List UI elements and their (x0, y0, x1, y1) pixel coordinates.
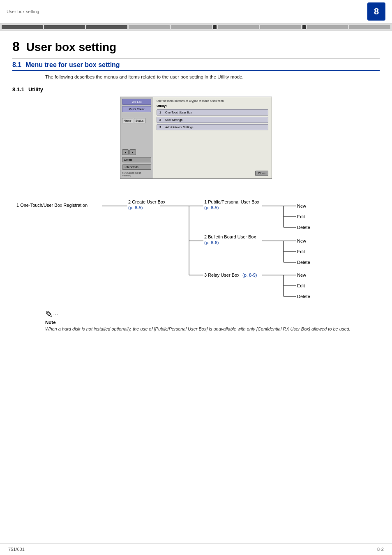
b2-new-text: New (297, 238, 306, 243)
seg8 (260, 25, 301, 29)
tab-name[interactable]: Name (122, 118, 133, 123)
menu-item-2[interactable]: 2 User Settings (157, 117, 268, 123)
b2-edit-text: Edit (297, 249, 305, 254)
seg3 (86, 25, 127, 29)
meter-count-btn[interactable]: Meter Count (122, 106, 151, 112)
nav-up-btn[interactable]: ▲ (122, 149, 129, 155)
menu-text-1: One-Touch/User Box (165, 111, 192, 114)
menu-tree-diagram: 1 One-Touch/User Box Registration 2 Crea… (12, 185, 380, 302)
job-list-btn[interactable]: Job List (122, 99, 151, 105)
nav-down-btn[interactable]: ▼ (129, 149, 136, 155)
note-pencil-icon: ✎ (45, 310, 53, 319)
b3-new-text: New (297, 273, 306, 278)
nav-buttons: ▲ ▼ (122, 149, 151, 155)
b1-edit-text: Edit (297, 214, 305, 219)
note-text: When a hard disk is not installed option… (45, 326, 380, 333)
screenshot-container: Job List Meter Count Name Status ▲ ▼ Del… (12, 97, 380, 179)
chapter-number: 8 (12, 39, 20, 54)
copier-prompt: Use the menu buttons or keypad to make a… (157, 99, 268, 102)
seg4 (129, 25, 170, 29)
branch2-text: 2 Bulletin Board User Box (204, 234, 256, 239)
subsection-number: 8.1.1 (12, 86, 24, 92)
tree-level2-ref: (p. 8-5) (128, 205, 143, 210)
section-body: The following describes the menus and it… (45, 74, 380, 81)
copier-time: 01/16/2008 10:30 memory (122, 172, 151, 177)
page-badge: 8 (367, 2, 385, 21)
b3-edit-text: Edit (297, 283, 305, 288)
copier-right-panel: Use the menu buttons or keypad to make a… (153, 97, 272, 178)
menu-item-3[interactable]: 3 Administrator Settings (157, 124, 268, 130)
note-section: ✎ ... Note When a hard disk is not insta… (45, 310, 380, 333)
menu-num-2: 2 (159, 118, 164, 121)
menu-item-1[interactable]: 1 One-Touch/User Box (157, 109, 268, 116)
chapter-divider (12, 58, 380, 59)
branch1-text: 1 Public/Personal User Box (204, 199, 259, 204)
copier-left-panel: Job List Meter Count Name Status ▲ ▼ Del… (120, 97, 153, 178)
subsection-heading: 8.1.1 Utility (12, 86, 380, 92)
tree-level2-text: 2 Create User Box (128, 199, 166, 204)
seg9 (302, 25, 306, 29)
page-header: User box setting 8 (0, 0, 392, 23)
copier-screenshot: Job List Meter Count Name Status ▲ ▼ Del… (120, 97, 272, 179)
menu-text-3: Administrator Settings (165, 126, 193, 129)
footer-left: 751/601 (8, 547, 25, 552)
main-content: 8 User box setting 8.1 Menu tree for use… (0, 31, 392, 345)
branch3-ref: (p. 8-9) (242, 273, 257, 278)
seg2 (44, 25, 85, 29)
copier-tabs: Name Status (122, 118, 151, 123)
seg11 (349, 25, 390, 29)
delete-btn[interactable]: Delete (122, 157, 151, 162)
branch2-ref: (p. 8-6) (204, 240, 219, 245)
section-heading: 8.1 Menu tree for user box setting (12, 61, 380, 71)
progress-strip (0, 23, 392, 31)
note-title: Note (45, 320, 380, 325)
menu-text-2: User Settings (165, 118, 182, 121)
section-title: Menu tree for user box setting (25, 61, 120, 69)
b3-del-text: Delete (297, 294, 310, 299)
subsection-title: Utility (28, 86, 43, 92)
menu-num-3: 3 (159, 126, 164, 129)
details-btn[interactable]: Job Details (122, 164, 151, 170)
header-title: User box setting (7, 9, 39, 14)
seg7 (218, 25, 259, 29)
close-btn[interactable]: Close (255, 171, 268, 176)
seg6 (213, 25, 217, 29)
section-number: 8.1 (12, 61, 21, 69)
tab-status[interactable]: Status (134, 118, 145, 123)
menu-num-1: 1 (159, 111, 164, 114)
page-footer: 751/601 8-2 (0, 543, 392, 555)
b2-del-text: Delete (297, 260, 310, 265)
chapter-title: User box setting (26, 41, 116, 54)
b1-new-text: New (297, 204, 306, 208)
memory-text: memory (122, 174, 151, 177)
branch1-ref: (p. 8-5) (204, 205, 219, 210)
seg1 (2, 25, 43, 29)
branch3-text: 3 Relay User Box (204, 273, 240, 278)
b1-del-text: Delete (297, 225, 310, 230)
note-dots: ... (53, 310, 59, 316)
chapter-heading: 8 User box setting (12, 39, 380, 54)
footer-right: 8-2 (377, 547, 384, 552)
tree-level1-text: 1 One-Touch/User Box Registration (16, 203, 88, 208)
tree-svg: 1 One-Touch/User Box Registration 2 Crea… (12, 185, 374, 301)
utility-label: Utility: (157, 104, 268, 108)
note-icon-row: ✎ ... (45, 310, 380, 319)
seg5 (171, 25, 212, 29)
seg10 (307, 25, 348, 29)
